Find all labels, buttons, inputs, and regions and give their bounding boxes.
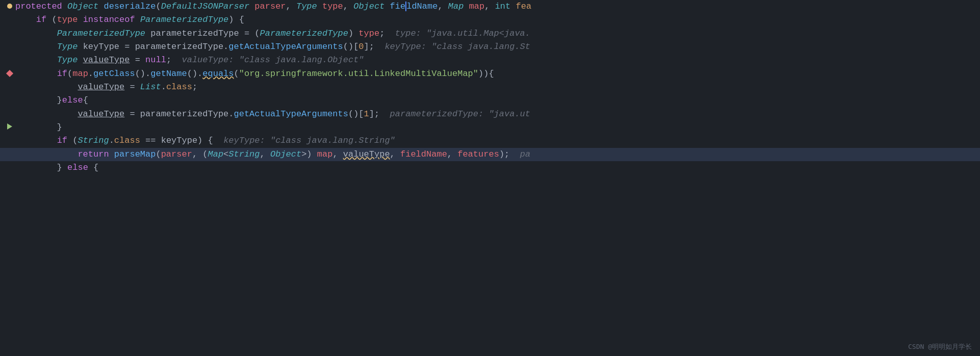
line-content-12: return parseMap(parser, (Map<String, Obj… [15,148,530,161]
code-line-7: valueType = List.class; [0,81,980,94]
watermark: CSDN @明明如月学长 [908,342,972,352]
code-editor: protected Object deserialze(DefaultJSONP… [0,0,980,356]
line-content-5: Type valueType = null; valueType: "class… [15,54,364,67]
line-content-9: valueType = parameterizedType.getActualT… [15,108,530,121]
code-line-9: valueType = parameterizedType.getActualT… [0,108,980,121]
line-content-3: ParameterizedType parameterizedType = (P… [15,27,530,40]
code-line-2: if (type instanceof ParameterizedType) { [0,13,980,27]
code-line-11: if (String.class == keyType) { keyType: … [0,134,980,147]
line-content-2: if (type instanceof ParameterizedType) { [15,13,244,27]
bullet-icon-1 [7,4,12,9]
code-line-3: ParameterizedType parameterizedType = (P… [0,27,980,40]
code-line-1: protected Object deserialze(DefaultJSONP… [0,0,980,13]
code-line-12: return parseMap(parser, (Map<String, Obj… [0,148,980,161]
line-content-1: protected Object deserialze(DefaultJSONP… [15,0,531,13]
line-content-7: valueType = List.class; [15,81,197,94]
arrow-icon-10 [7,123,12,130]
gutter-1 [4,4,15,9]
gutter-6 [4,71,15,76]
line-content-6: if(map.getClass().getName().equals("org.… [15,67,494,81]
gutter-10 [4,123,15,130]
code-line-4: Type keyType = parameterizedType.getActu… [0,40,980,54]
line-content-10: } [15,121,62,134]
line-content-11: if (String.class == keyType) { keyType: … [15,134,395,147]
line-content-13: } else { [15,161,98,174]
line-content-8: }else{ [15,94,88,107]
code-line-6: if(map.getClass().getName().equals("org.… [0,67,980,81]
code-line-8: }else{ [0,94,980,107]
code-line-13: } else { [0,161,980,174]
line-content-4: Type keyType = parameterizedType.getActu… [15,40,530,54]
code-line-5: Type valueType = null; valueType: "class… [0,54,980,67]
diamond-icon-6 [6,70,13,77]
code-line-10: } [0,121,980,134]
